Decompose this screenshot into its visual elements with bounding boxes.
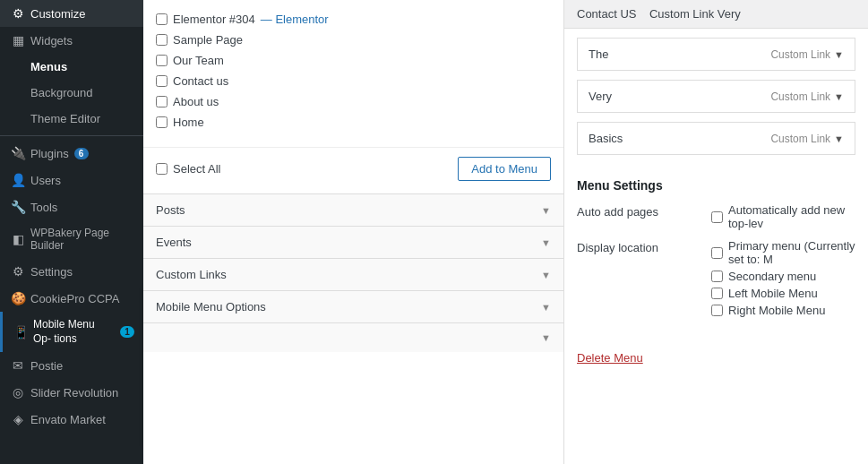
- sidebar-item-mobile-menu[interactable]: 📱 Mobile Menu Op- tions 1: [0, 312, 143, 352]
- sidebar-item-wpbakery[interactable]: ◧ WPBakery Page Builder: [0, 220, 143, 258]
- location-secondary-text: Secondary menu: [728, 270, 816, 283]
- menu-item-type-label: Custom Link: [770, 90, 830, 103]
- chevron-down-icon: ▼: [541, 332, 551, 343]
- sidebar-item-users[interactable]: 👤 Users: [0, 167, 143, 193]
- location-left-mobile-text: Left Mobile Menu: [728, 287, 818, 300]
- chevron-down-icon: ▼: [541, 237, 551, 248]
- location-primary-label[interactable]: Primary menu (Currently set to: M: [711, 239, 855, 266]
- page-tag: — Elementor: [261, 13, 329, 26]
- sidebar-item-label: Slider Revolution: [30, 386, 118, 400]
- menu-item-type: Custom Link ▼: [770, 48, 844, 61]
- left-panel: Elementor #304 — Elementor Sample Page O…: [143, 0, 564, 464]
- page-label: Elementor #304: [173, 13, 255, 26]
- mobile-menu-icon: 📱: [13, 325, 28, 339]
- select-all-checkbox[interactable]: [156, 163, 168, 175]
- sidebar-item-label: Postie: [30, 359, 63, 373]
- sidebar-item-widgets[interactable]: ▦ Widgets: [0, 27, 143, 54]
- sidebar-item-menus[interactable]: Menus: [0, 54, 143, 80]
- accordion-label: Custom Links: [156, 268, 227, 281]
- chevron-down-icon: ▼: [834, 133, 844, 144]
- menu-item-very: Very Custom Link ▼: [577, 80, 855, 113]
- sidebar-item-slider-revolution[interactable]: ◎ Slider Revolution: [0, 379, 143, 406]
- sidebar-item-tools[interactable]: 🔧 Tools: [0, 193, 143, 220]
- sidebar-divider: [0, 135, 143, 136]
- users-icon: 👤: [11, 173, 25, 187]
- sidebar-item-plugins[interactable]: 🔌 Plugins 6: [0, 140, 143, 167]
- sidebar-item-label: Plugins: [30, 147, 69, 160]
- sidebar-item-label: Settings: [30, 265, 73, 279]
- accordion-header-events[interactable]: Events ▼: [143, 227, 563, 258]
- plugins-badge: 6: [74, 148, 89, 159]
- accordion-header-posts[interactable]: Posts ▼: [143, 194, 563, 226]
- page-checkbox-sample[interactable]: [156, 34, 168, 46]
- sidebar-item-customize[interactable]: ⚙ Customize: [0, 0, 143, 27]
- menu-item-type: Custom Link ▼: [770, 90, 844, 103]
- accordion-header-mobile-menu-options[interactable]: Mobile Menu Options ▼: [143, 291, 563, 322]
- settings-row-display-location: Display location Primary menu (Currently…: [577, 239, 855, 317]
- auto-add-option-text: Automatically add new top-lev: [728, 203, 855, 230]
- settings-row-auto-add: Auto add pages Automatically add new top…: [577, 203, 855, 230]
- accordion-label: Events: [156, 236, 192, 249]
- wpbakery-icon: ◧: [11, 232, 25, 246]
- settings-icon: ⚙: [11, 264, 25, 279]
- auto-add-checkbox[interactable]: [711, 211, 723, 223]
- tools-icon: 🔧: [11, 200, 25, 214]
- menu-item-type-label: Custom Link: [770, 48, 830, 61]
- custom-link-header-label: Custom Link Very: [649, 7, 741, 21]
- cookiepro-icon: 🍪: [11, 291, 25, 305]
- page-checkbox-about-us[interactable]: [156, 96, 168, 107]
- page-checkbox-home[interactable]: [156, 116, 168, 128]
- sidebar-item-label: CookiePro CCPA: [30, 292, 119, 305]
- page-label: Home: [173, 116, 204, 129]
- page-checkbox-contact-us[interactable]: [156, 75, 168, 87]
- right-panel-header: Contact US Custom Link Very: [564, 0, 868, 29]
- accordion-section5: ▼: [143, 322, 563, 352]
- location-right-mobile-label[interactable]: Right Mobile Menu: [711, 304, 855, 317]
- location-secondary-checkbox[interactable]: [711, 271, 723, 282]
- menu-item-label: The: [589, 47, 608, 61]
- chevron-down-icon: ▼: [541, 270, 551, 280]
- accordion-events: Events ▼: [143, 226, 563, 258]
- plugins-icon: 🔌: [11, 146, 25, 160]
- location-secondary-label[interactable]: Secondary menu: [711, 270, 855, 283]
- add-to-menu-button[interactable]: Add to Menu: [458, 157, 551, 181]
- sidebar-item-settings[interactable]: ⚙ Settings: [0, 258, 143, 285]
- sidebar-item-theme-editor[interactable]: Theme Editor: [0, 106, 143, 132]
- accordion-mobile-menu-options: Mobile Menu Options ▼: [143, 290, 563, 322]
- accordion-header-custom-links[interactable]: Custom Links ▼: [143, 259, 563, 290]
- page-label: About us: [173, 95, 219, 108]
- sidebar-item-background[interactable]: Background: [0, 80, 143, 106]
- sidebar-item-label: Envato Market: [30, 413, 106, 426]
- page-checkbox-our-team[interactable]: [156, 55, 168, 66]
- sidebar-item-cookiepro[interactable]: 🍪 CookiePro CCPA: [0, 285, 143, 312]
- location-primary-note: (Currently set to: M: [728, 239, 855, 266]
- location-primary-checkbox[interactable]: [711, 247, 723, 259]
- sidebar-item-label: Widgets: [30, 34, 73, 47]
- auto-add-option-label[interactable]: Automatically add new top-lev: [711, 203, 855, 230]
- sidebar-item-label: Background: [30, 86, 92, 99]
- chevron-down-icon: ▼: [541, 205, 551, 216]
- page-label: Our Team: [173, 54, 224, 67]
- accordion-custom-links: Custom Links ▼: [143, 258, 563, 290]
- location-right-mobile-checkbox[interactable]: [711, 305, 723, 316]
- list-item: Contact us: [156, 71, 551, 91]
- accordion-header-section5[interactable]: ▼: [143, 323, 563, 352]
- accordion-label: Posts: [156, 203, 185, 217]
- mobile-menu-badge: 1: [120, 326, 134, 338]
- accordion-posts: Posts ▼: [143, 193, 563, 226]
- postie-icon: ✉: [11, 358, 25, 373]
- select-all-row: Select All Add to Menu: [143, 147, 563, 193]
- list-item: Home: [156, 112, 551, 133]
- auto-add-options: Automatically add new top-lev: [711, 203, 855, 230]
- page-checkbox-elementor[interactable]: [156, 13, 168, 25]
- menu-item-label: Very: [589, 90, 612, 103]
- delete-menu-link[interactable]: Delete Menu: [577, 351, 643, 365]
- menu-item-type: Custom Link ▼: [770, 133, 844, 145]
- location-left-mobile-label[interactable]: Left Mobile Menu: [711, 287, 855, 300]
- sidebar-item-envato[interactable]: ◈ Envato Market: [0, 406, 143, 433]
- sidebar-item-postie[interactable]: ✉ Postie: [0, 352, 143, 379]
- chevron-down-icon: ▼: [834, 49, 844, 60]
- contact-us-header-label: Contact US: [577, 7, 636, 21]
- location-left-mobile-checkbox[interactable]: [711, 288, 723, 299]
- select-all-label[interactable]: Select All: [156, 162, 220, 176]
